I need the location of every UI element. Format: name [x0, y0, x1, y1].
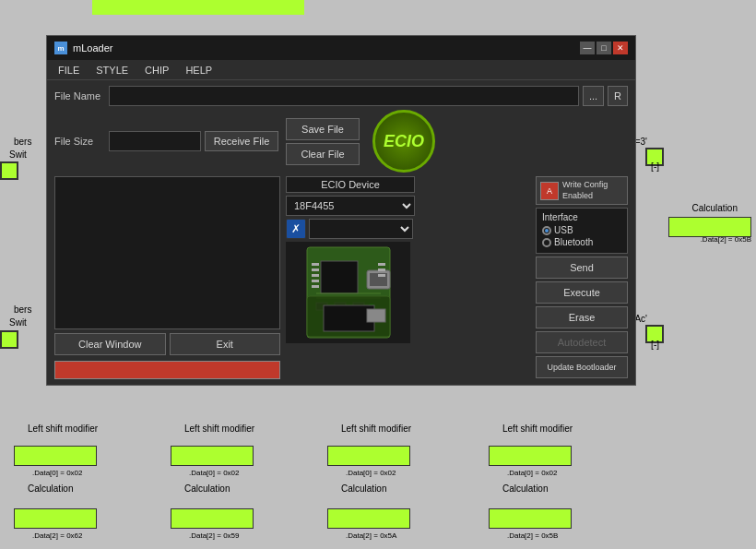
menu-style[interactable]: STYLE: [89, 63, 136, 78]
write-config-box: A Write Config Enabled: [536, 176, 628, 205]
b-calc-1: Calculation: [184, 483, 230, 494]
erase-button[interactable]: Erase: [536, 306, 628, 328]
b-calc-3: Calculation: [502, 483, 548, 494]
ecio-logo: ECIO: [372, 110, 435, 173]
r-button[interactable]: R: [608, 86, 628, 106]
file-name-input[interactable]: [109, 86, 579, 106]
bluetooth-radio[interactable]: [542, 238, 551, 247]
ecio-logo-section: ECIO: [372, 110, 435, 173]
app-icon: m: [54, 42, 67, 54]
svg-rect-7: [312, 274, 319, 277]
right-dash-2: [-]: [651, 340, 659, 350]
left-shift-2: bers: [14, 304, 31, 315]
window-title: mLoader: [73, 42, 112, 54]
b-calc-0: Calculation: [28, 483, 73, 494]
left-shift-1: bers: [14, 137, 31, 147]
mloader-window: m mLoader — □ ✕ FILE STYLE CHIP HELP Fil…: [46, 35, 636, 386]
menu-chip[interactable]: CHIP: [137, 63, 176, 78]
progress-bar: [54, 361, 280, 379]
bluetooth-icon: ✗: [286, 219, 306, 239]
usb-radio[interactable]: [542, 226, 551, 235]
update-bootloader-button[interactable]: Update Bootloader: [536, 356, 628, 378]
svg-rect-22: [367, 309, 385, 322]
receive-file-button[interactable]: Receive File: [205, 131, 278, 151]
bluetooth-label: Bluetooth: [554, 237, 593, 247]
svg-rect-8: [312, 280, 319, 282]
interface-label: Interface: [542, 212, 621, 222]
device-and-controls: ECIO Device 18F4455 18F2455 18F4550 18F2…: [286, 176, 628, 378]
usb-label: USB: [554, 225, 573, 235]
write-config-text: Write Config Enabled: [562, 180, 608, 201]
chip-select[interactable]: 18F4455 18F2455 18F4550 18F2550: [286, 196, 415, 216]
autodetect-button[interactable]: Autodetect: [536, 331, 628, 353]
b-data0-3: .Data[0] = 0x02: [507, 469, 557, 477]
menu-file[interactable]: FILE: [51, 63, 87, 78]
svg-rect-12: [378, 274, 385, 277]
window-content: File Name ... R File Size Receive File S…: [47, 80, 635, 385]
svg-rect-11: [378, 269, 385, 271]
b-data2-1: .Data[2] = 0x59: [189, 531, 239, 540]
file-size-row: File Size Receive File Save File Clear F…: [54, 110, 628, 173]
bluetooth-select[interactable]: [309, 219, 413, 239]
main-area: Clear Window Exit ECIO Device 18F4455 18…: [54, 176, 628, 379]
clear-window-button[interactable]: Clear Window: [54, 333, 166, 355]
menu-help[interactable]: HELP: [178, 63, 219, 78]
svg-rect-10: [378, 263, 385, 266]
right-side-controls: A Write Config Enabled Interface USB: [536, 176, 628, 378]
svg-rect-5: [312, 263, 319, 266]
window-controls: — □ ✕: [580, 42, 628, 54]
b-data0-1: .Data[0] = 0x02: [189, 469, 239, 477]
device-image: [286, 242, 410, 343]
file-name-row: File Name ... R: [54, 86, 628, 106]
b-data2-0: .Data[2] = 0x62: [32, 531, 82, 540]
clear-file-button[interactable]: Clear File: [286, 143, 360, 165]
right-top-data: .Data[2] = 0x5B: [701, 235, 751, 244]
right-calc-label: Calculation: [692, 203, 738, 213]
log-textarea[interactable]: [54, 176, 280, 329]
swit-2: Swit: [9, 317, 27, 328]
save-file-button[interactable]: Save File: [286, 118, 360, 140]
bottom-buttons: Clear Window Exit: [54, 333, 280, 355]
file-size-input[interactable]: [109, 131, 201, 151]
minimize-button[interactable]: —: [580, 42, 595, 54]
b-shift-1: Left shift modifier: [184, 424, 254, 434]
title-bar: m mLoader — □ ✕: [47, 36, 635, 60]
file-size-label: File Size: [54, 136, 105, 147]
b-shift-0: Left shift modifier: [28, 424, 98, 434]
right-dash-1: [-]: [651, 161, 659, 172]
b-data0-0: .Data[0] = 0x02: [32, 469, 82, 477]
maximize-button[interactable]: □: [597, 42, 611, 54]
write-config-icon: A: [540, 182, 559, 200]
execute-button[interactable]: Execute: [536, 281, 628, 304]
b-calc-2: Calculation: [341, 483, 386, 494]
exit-button[interactable]: Exit: [170, 333, 281, 355]
svg-rect-9: [312, 285, 319, 288]
send-button[interactable]: Send: [536, 257, 628, 279]
close-button[interactable]: ✕: [613, 42, 628, 54]
left-panel: Clear Window Exit: [54, 176, 280, 379]
pcb-svg: [289, 243, 408, 342]
bluetooth-radio-row[interactable]: Bluetooth: [542, 237, 621, 247]
b-data2-2: .Data[2] = 0x5A: [346, 531, 396, 540]
right-index-label: =3': [635, 137, 647, 147]
file-name-label: File Name: [54, 90, 105, 101]
device-section: ECIO Device 18F4455 18F2455 18F4550 18F2…: [286, 176, 530, 378]
swit-1: Swit: [9, 149, 27, 160]
menu-bar: FILE STYLE CHIP HELP: [47, 60, 635, 80]
usb-radio-row[interactable]: USB: [542, 225, 621, 235]
b-data2-3: .Data[2] = 0x5B: [507, 531, 558, 540]
browse-button[interactable]: ...: [583, 86, 604, 106]
b-shift-3: Left shift modifier: [502, 424, 573, 434]
b-data0-2: .Data[0] = 0x02: [346, 469, 396, 477]
svg-rect-6: [312, 269, 319, 271]
right-panel: ECIO Device 18F4455 18F2455 18F4550 18F2…: [286, 176, 628, 379]
device-section-label: ECIO Device: [286, 176, 415, 193]
b-shift-2: Left shift modifier: [341, 424, 411, 434]
svg-rect-4: [321, 261, 358, 293]
interface-section: Interface USB Bluetooth: [536, 208, 628, 254]
bluetooth-row: ✗: [286, 219, 530, 239]
